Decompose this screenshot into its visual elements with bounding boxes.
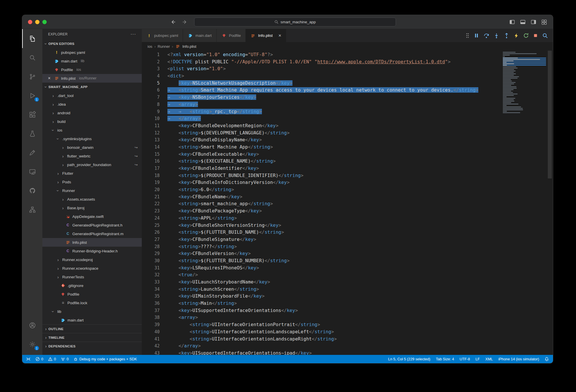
tab-main.dart[interactable]: main.dart — [183, 29, 216, 42]
tree-item-file[interactable]: CGeneratedPluginRegistrant.h — [42, 221, 142, 229]
step-out-icon[interactable] — [504, 33, 509, 39]
section-outline[interactable]: ›OUTLINE — [42, 324, 142, 333]
tree-item-folder[interactable]: ›.idea — [42, 100, 142, 109]
status-text[interactable]: Tab Size: 4 — [436, 357, 454, 361]
status-text[interactable]: Ln 5, Col 5 (229 selected) — [388, 357, 430, 361]
code-line[interactable]: 31 <key>LSRequiresIPhoneOS</key> — [142, 264, 501, 272]
breadcrumb-item[interactable]: Runner — [158, 44, 170, 49]
code-line[interactable]: 36 <string>Main</string> — [142, 300, 501, 307]
code-line[interactable]: 29 <key>CFBundleVersion</key> — [142, 250, 501, 257]
tree-item-folder[interactable]: ›RunnerTests — [42, 273, 142, 281]
customize-layout-icon[interactable] — [541, 19, 547, 25]
tab-pubspec.yaml[interactable]: !pubspec.yaml — [142, 29, 183, 42]
open-editor-item[interactable]: !pubspec.yaml — [42, 48, 142, 57]
forward-button[interactable] — [182, 20, 187, 24]
tree-item-file[interactable]: Info.plist — [42, 238, 142, 247]
code-line[interactable]: 30 <string>$(FLUTTER_BUILD_NUMBER)</stri… — [142, 257, 501, 264]
section-open-editors[interactable]: › OPEN EDITORS — [42, 39, 142, 48]
tree-item-file[interactable]: main.dart — [42, 316, 142, 324]
code-line[interactable]: 34 <string>LaunchScreen</string> — [142, 286, 501, 293]
code-line[interactable]: 28 <string>????</string> — [142, 243, 501, 250]
code-line[interactable]: 7→ <key>NSBonjourServices</key> — [142, 94, 501, 101]
toggle-secondary-sidebar-icon[interactable] — [530, 19, 537, 25]
code-line[interactable]: 22 <string>smart_machine_app</string> — [142, 200, 501, 208]
activity-github[interactable] — [22, 181, 42, 200]
code-line[interactable]: 12 <string>$(DEVELOPMENT_LANGUAGE)</stri… — [142, 130, 501, 137]
code-line[interactable]: 15 <key>CFBundleExecutable</key> — [142, 151, 501, 158]
scrollbar-thumb[interactable] — [548, 51, 552, 178]
toggle-sidebar-icon[interactable] — [509, 19, 515, 25]
inspector-icon[interactable] — [542, 33, 548, 38]
open-editor-item[interactable]: ×Info.plistios/Runner — [42, 74, 142, 83]
code-line[interactable]: 26 <string>$(FLUTTER_BUILD_NAME)</string… — [142, 229, 501, 236]
tree-item-folder[interactable]: ›Pods — [42, 178, 142, 186]
activity-explorer[interactable] — [22, 29, 42, 48]
tree-item-folder[interactable]: ›Runner.xcworkspace — [42, 264, 142, 273]
code-line[interactable]: 1<?xml version="1.0" encoding="UTF-8"?> — [142, 51, 501, 58]
activity-extensions[interactable] — [22, 105, 42, 124]
activity-search[interactable] — [22, 48, 42, 67]
code-line[interactable]: 25 <key>CFBundleShortVersionString</key> — [142, 222, 501, 229]
tab-Podfile[interactable]: Podfile — [217, 29, 246, 42]
tree-item-file[interactable]: AppDelegate.swift — [42, 212, 142, 221]
status-remote[interactable] — [26, 357, 31, 361]
code-line[interactable]: 41 <string>UIInterfaceOrientationLandsca… — [142, 336, 501, 343]
code-line[interactable]: 33 <key>UILaunchStoryboardName</key> — [142, 279, 501, 286]
pause-icon[interactable] — [474, 33, 479, 38]
hot-restart-icon[interactable] — [523, 33, 529, 38]
status-debug-bug[interactable]: Debug my code + packages + SDK — [73, 357, 137, 361]
back-button[interactable] — [171, 20, 175, 24]
code-line[interactable]: 38 <array> — [142, 314, 501, 321]
code-line[interactable]: 19 <key>CFBundleInfoDictionaryVersion</k… — [142, 179, 501, 186]
code-line[interactable]: 14 <string>Smart Machine App</string> — [142, 144, 501, 151]
tree-item-folder[interactable]: ›.dart_tool — [42, 91, 142, 100]
code-line[interactable]: 20 <string>6.0</string> — [142, 186, 501, 193]
tree-item-file[interactable]: CRunner-Bridging-Header.h — [42, 247, 142, 255]
tree-item-folder[interactable]: ›bonsoir_darwin↪ — [42, 143, 142, 152]
code-line[interactable]: 17 <key>CFBundleIdentifier</key> — [142, 165, 501, 172]
tree-item-folder[interactable]: ›path_provider_foundation↪ — [42, 160, 142, 169]
close-icon[interactable]: × — [46, 76, 52, 81]
tree-item-folder[interactable]: ›android — [42, 109, 142, 117]
status-bell[interactable] — [545, 357, 549, 361]
tree-item-folder[interactable]: ›Flutter — [42, 169, 142, 178]
grip-icon[interactable] — [466, 33, 469, 38]
close-window-button[interactable] — [28, 20, 32, 24]
activity-account[interactable] — [22, 316, 42, 335]
tree-item-folder[interactable]: ›lib — [42, 307, 142, 316]
activity-source-control[interactable] — [22, 67, 42, 86]
code-line[interactable]: 11 <key>CFBundleDevelopmentRegion</key> — [142, 122, 501, 130]
status-text[interactable]: XML — [485, 357, 493, 361]
code-line[interactable]: 39 <string>UIInterfaceOrientationPortrai… — [142, 321, 501, 328]
code-line[interactable]: 2<!DOCTYPE plist PUBLIC "-//Apple//DTD P… — [142, 58, 501, 66]
minimap[interactable] — [503, 52, 546, 114]
close-icon[interactable]: × — [278, 33, 281, 38]
code-line[interactable]: 27 <key>CFBundleSignature</key> — [142, 236, 501, 243]
tree-item-file[interactable]: Podfile — [42, 290, 142, 298]
activity-hierarchy[interactable] — [22, 200, 42, 219]
code-line[interactable]: 6→ <string>Smart Machine App requires ac… — [142, 87, 501, 94]
stop-icon[interactable] — [533, 33, 538, 38]
open-editor-item[interactable]: main.dartlib — [42, 57, 142, 65]
tree-item-file[interactable]: ≡Podfile.lock — [42, 298, 142, 307]
hot-reload-icon[interactable] — [514, 33, 519, 38]
status-warning[interactable]: 0 — [48, 357, 56, 361]
tree-item-folder[interactable]: ›.symlinks/plugins — [42, 134, 142, 143]
activity-testing[interactable] — [22, 124, 42, 143]
tree-item-folder[interactable]: ›Assets.xcassets — [42, 195, 142, 203]
code-line[interactable]: 18 <string>$(PRODUCT_BUNDLE_IDENTIFIER)<… — [142, 172, 501, 179]
code-line[interactable]: 9→ → <string>_rpc._tcp</string> — [142, 108, 501, 115]
toggle-panel-icon[interactable] — [520, 19, 526, 25]
command-center-search[interactable]: smart_machine_app — [194, 18, 396, 26]
code-line[interactable]: 10→ </array> — [142, 115, 501, 122]
code-line[interactable]: 8→ <array> — [142, 101, 501, 108]
breadcrumb-file[interactable]: Info.plist — [175, 44, 196, 49]
section-dependencies[interactable]: ›DEPENDENCIES — [42, 342, 142, 350]
activity-settings-gear[interactable]: 1 — [22, 335, 42, 354]
tree-item-folder[interactable]: ›Runner — [42, 186, 142, 195]
tree-item-folder[interactable]: ›Runner.xcodeproj — [42, 255, 142, 264]
tree-item-file[interactable]: .gitignore — [42, 281, 142, 290]
activity-run-debug[interactable]: 1 — [22, 86, 42, 105]
code-line[interactable]: 13 <key>CFBundleDisplayName</key> — [142, 136, 501, 144]
tree-item-file[interactable]: CGeneratedPluginRegistrant.m — [42, 229, 142, 238]
